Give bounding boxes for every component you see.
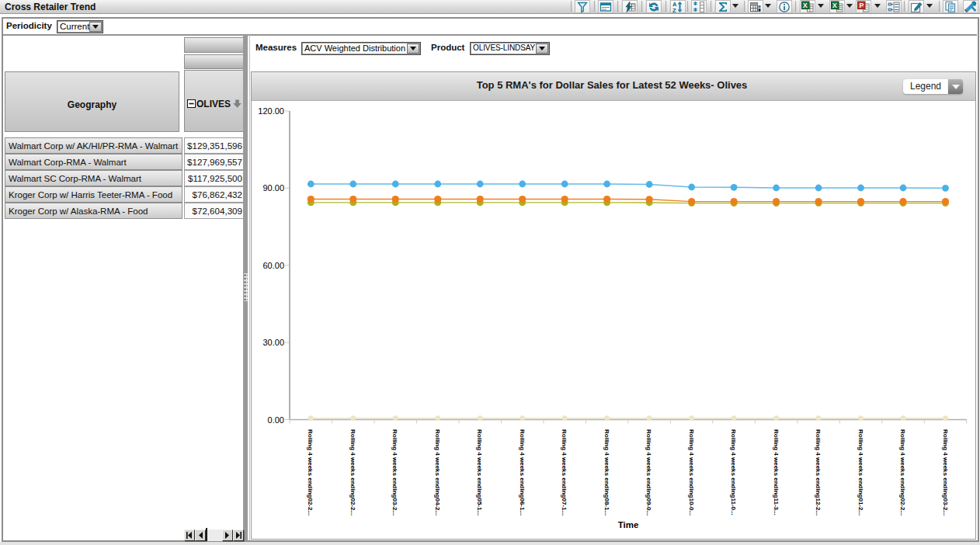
svg-text:Rolling 4 weeks ending11-3...: Rolling 4 weeks ending11-3... (773, 429, 780, 515)
svg-text:Rolling 4 weeks ending04-2...: Rolling 4 weeks ending04-2... (434, 429, 441, 515)
svg-text:Rolling 4 weeks ending03-2...: Rolling 4 weeks ending03-2... (391, 429, 398, 515)
svg-text:Rolling 4 weeks ending07-1...: Rolling 4 weeks ending07-1... (561, 429, 568, 515)
svg-text:Rolling 4 weeks ending03-2...: Rolling 4 weeks ending03-2... (942, 429, 949, 515)
svg-text:X: X (832, 2, 837, 9)
svg-text:60.00: 60.00 (262, 261, 284, 270)
svg-text:Rolling 4 weeks ending01-2...: Rolling 4 weeks ending01-2... (857, 429, 864, 515)
svg-text:30.00: 30.00 (262, 338, 284, 347)
svg-text:Time: Time (618, 520, 639, 529)
svg-text:90.00: 90.00 (262, 183, 284, 193)
svg-text:Rolling 4 weeks ending10-0...: Rolling 4 weeks ending10-0... (688, 429, 695, 515)
svg-text:Rolling 4 weeks ending02-2...: Rolling 4 weeks ending02-2... (899, 429, 906, 515)
svg-text:X: X (803, 2, 808, 9)
svg-text:Z: Z (672, 7, 676, 13)
svg-text:Rolling 4 weeks ending11-0...: Rolling 4 weeks ending11-0... (730, 429, 737, 515)
svg-text:Rolling 4 weeks ending02-2...: Rolling 4 weeks ending02-2... (307, 429, 314, 515)
svg-text:Rolling 4 weeks ending06-1...: Rolling 4 weeks ending06-1... (519, 429, 526, 515)
svg-text:120.00: 120.00 (258, 106, 284, 116)
svg-text:Rolling 4 weeks ending02-2...: Rolling 4 weeks ending02-2... (349, 429, 356, 515)
svg-text:Rolling 4 weeks ending05-1...: Rolling 4 weeks ending05-1... (476, 429, 483, 515)
svg-text:Rolling 4 weeks ending12-2...: Rolling 4 weeks ending12-2... (815, 429, 822, 515)
svg-text:P: P (860, 2, 864, 9)
svg-text:Rolling 4 weeks ending09-0...: Rolling 4 weeks ending09-0... (645, 429, 652, 515)
svg-text:Rolling 4 weeks ending08-1...: Rolling 4 weeks ending08-1... (603, 429, 610, 515)
svg-text:0.00: 0.00 (268, 415, 284, 425)
